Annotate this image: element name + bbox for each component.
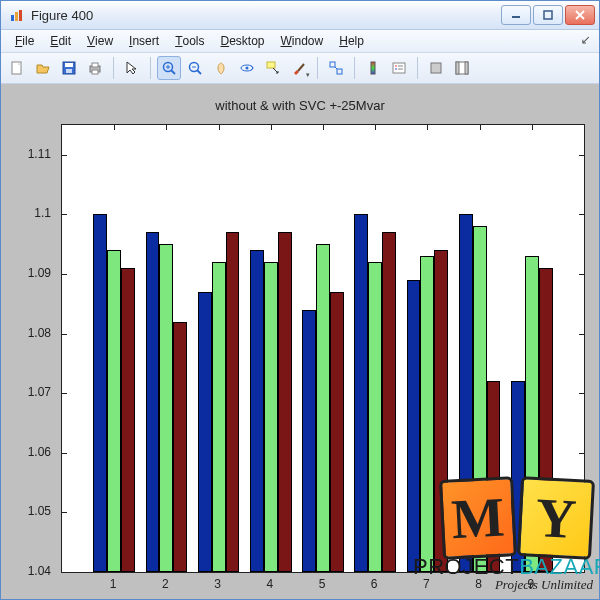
dropdown-arrow-icon: ▾ bbox=[306, 71, 310, 79]
bar[interactable] bbox=[487, 381, 501, 572]
y-tick-label: 1.08 bbox=[28, 326, 51, 340]
svg-rect-29 bbox=[393, 63, 405, 73]
toolbar: ▾ bbox=[1, 53, 599, 84]
bar[interactable] bbox=[146, 232, 160, 572]
matlab-figure-icon bbox=[9, 7, 25, 23]
x-tick-label: 5 bbox=[319, 577, 326, 591]
bar[interactable] bbox=[407, 280, 421, 572]
minimize-button[interactable] bbox=[501, 5, 531, 25]
x-tick-label: 7 bbox=[423, 577, 430, 591]
edit-plot-button[interactable] bbox=[120, 56, 144, 80]
show-plot-tools-button[interactable] bbox=[450, 56, 474, 80]
toolbar-separator bbox=[417, 57, 418, 79]
pan-button[interactable] bbox=[209, 56, 233, 80]
plot-axes[interactable] bbox=[61, 124, 585, 573]
open-button[interactable] bbox=[31, 56, 55, 80]
bar[interactable] bbox=[473, 226, 487, 572]
bar[interactable] bbox=[121, 268, 135, 572]
maximize-button[interactable] bbox=[533, 5, 563, 25]
bar[interactable] bbox=[226, 232, 240, 572]
menu-view[interactable]: View bbox=[79, 32, 121, 50]
svg-rect-0 bbox=[11, 15, 14, 21]
figure-area[interactable]: without & with SVC +-25Mvar 1.041.051.06… bbox=[1, 84, 599, 599]
rotate-3d-button[interactable] bbox=[235, 56, 259, 80]
x-tick-label: 4 bbox=[266, 577, 273, 591]
bar[interactable] bbox=[525, 256, 539, 572]
svg-rect-2 bbox=[19, 10, 22, 21]
svg-point-22 bbox=[246, 67, 249, 70]
toolbar-separator bbox=[317, 57, 318, 79]
bar[interactable] bbox=[511, 381, 525, 572]
zoom-out-button[interactable] bbox=[183, 56, 207, 80]
svg-rect-10 bbox=[66, 69, 72, 73]
bar[interactable] bbox=[173, 322, 187, 572]
print-button[interactable] bbox=[83, 56, 107, 80]
bar[interactable] bbox=[539, 268, 553, 572]
insert-legend-button[interactable] bbox=[387, 56, 411, 80]
bar[interactable] bbox=[278, 232, 292, 572]
bar[interactable] bbox=[354, 214, 368, 572]
toolbar-separator bbox=[354, 57, 355, 79]
svg-rect-34 bbox=[431, 63, 441, 73]
svg-rect-28 bbox=[371, 62, 375, 74]
x-tick-label: 3 bbox=[214, 577, 221, 591]
svg-rect-9 bbox=[65, 63, 73, 67]
svg-line-15 bbox=[171, 70, 175, 74]
window-title: Figure 400 bbox=[31, 8, 501, 23]
save-button[interactable] bbox=[57, 56, 81, 80]
data-cursor-button[interactable] bbox=[261, 56, 285, 80]
menu-edit[interactable]: Edit bbox=[42, 32, 79, 50]
menu-window[interactable]: Window bbox=[273, 32, 332, 50]
toolbar-separator bbox=[150, 57, 151, 79]
titlebar[interactable]: Figure 400 bbox=[1, 1, 599, 30]
bar[interactable] bbox=[330, 292, 344, 572]
x-tick-label: 2 bbox=[162, 577, 169, 591]
menubar: File Edit View Insert Tools Desktop Wind… bbox=[1, 30, 599, 53]
y-tick-label: 1.05 bbox=[28, 504, 51, 518]
bar[interactable] bbox=[264, 262, 278, 572]
bar[interactable] bbox=[420, 256, 434, 572]
y-tick-label: 1.07 bbox=[28, 385, 51, 399]
bar[interactable] bbox=[250, 250, 264, 572]
toolbar-separator bbox=[113, 57, 114, 79]
menu-desktop[interactable]: Desktop bbox=[212, 32, 272, 50]
link-plot-button[interactable] bbox=[324, 56, 348, 80]
x-tick-label: 8 bbox=[475, 577, 482, 591]
svg-line-27 bbox=[335, 67, 337, 69]
bar[interactable] bbox=[368, 262, 382, 572]
svg-rect-25 bbox=[330, 62, 335, 67]
bar[interactable] bbox=[382, 232, 396, 572]
bar[interactable] bbox=[198, 292, 212, 572]
bar[interactable] bbox=[107, 250, 121, 572]
svg-rect-23 bbox=[267, 62, 275, 68]
svg-rect-13 bbox=[92, 70, 98, 74]
bar[interactable] bbox=[302, 310, 316, 572]
bar[interactable] bbox=[159, 244, 173, 572]
new-figure-button[interactable] bbox=[5, 56, 29, 80]
window-controls bbox=[501, 5, 595, 25]
brush-button[interactable]: ▾ bbox=[287, 56, 311, 80]
svg-rect-37 bbox=[465, 62, 468, 74]
menu-tools[interactable]: Tools bbox=[167, 32, 212, 50]
menu-file[interactable]: File bbox=[7, 32, 42, 50]
hide-plot-tools-button[interactable] bbox=[424, 56, 448, 80]
bar[interactable] bbox=[93, 214, 107, 572]
figure-window: Figure 400 File Edit View Insert Tools D… bbox=[0, 0, 600, 600]
bar[interactable] bbox=[212, 262, 226, 572]
zoom-in-button[interactable] bbox=[157, 56, 181, 80]
bar[interactable] bbox=[434, 250, 448, 572]
svg-line-24 bbox=[298, 64, 304, 71]
bar[interactable] bbox=[459, 214, 473, 572]
x-tick-label: 9 bbox=[527, 577, 534, 591]
menu-insert[interactable]: Insert bbox=[121, 32, 167, 50]
x-tick-label: 6 bbox=[371, 577, 378, 591]
menu-help[interactable]: Help bbox=[331, 32, 372, 50]
chart-title: without & with SVC +-25Mvar bbox=[13, 98, 587, 113]
dock-icon[interactable]: ↘ bbox=[581, 35, 593, 47]
svg-line-19 bbox=[197, 70, 201, 74]
bar[interactable] bbox=[316, 244, 330, 572]
insert-colorbar-button[interactable] bbox=[361, 56, 385, 80]
x-tick-label: 1 bbox=[110, 577, 117, 591]
close-button[interactable] bbox=[565, 5, 595, 25]
y-tick-label: 1.09 bbox=[28, 266, 51, 280]
